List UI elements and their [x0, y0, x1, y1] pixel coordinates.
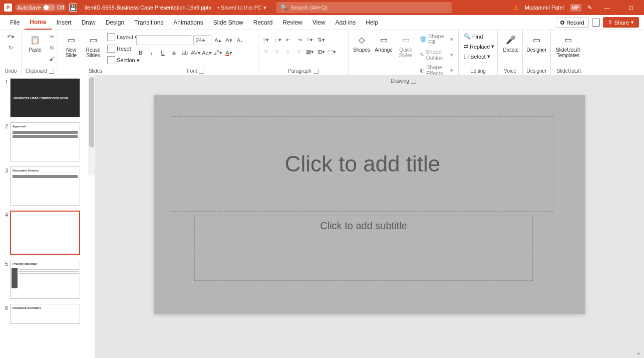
shape-outline-button[interactable]: ✎Shape Outline▾ — [418, 48, 455, 62]
tab-file[interactable]: File — [5, 15, 25, 30]
bullets-button[interactable]: ≡▾ — [261, 35, 270, 44]
warning-icon[interactable]: ⚠ — [514, 5, 519, 11]
thumbnail-panel[interactable]: 1 Business Case PowerPoint Deck 2 Approv… — [0, 75, 95, 358]
tab-draw[interactable]: Draw — [77, 15, 101, 30]
decrease-indent-button[interactable]: ⇤ — [283, 35, 292, 44]
select-icon: ⬚ — [464, 53, 469, 60]
app-icon[interactable]: P — [4, 4, 12, 12]
copy-button[interactable]: ⎘ — [47, 43, 56, 52]
font-dialog-launcher[interactable] — [199, 69, 204, 74]
comments-icon[interactable] — [592, 19, 600, 27]
align-text-button[interactable]: ⊞▾ — [316, 47, 326, 56]
tab-transitions[interactable]: Transitions — [129, 15, 168, 30]
arrange-button[interactable]: ▭Arrange — [374, 32, 394, 54]
italic-button[interactable]: I — [147, 48, 156, 57]
tab-view[interactable]: View — [307, 15, 331, 30]
save-status[interactable]: • Saved to this PC ▾ — [217, 5, 266, 11]
align-left-button[interactable]: ≡ — [261, 47, 270, 56]
section-icon — [107, 56, 115, 64]
justify-button[interactable]: ≡ — [294, 47, 303, 56]
tab-addins[interactable]: Add-ins — [331, 15, 361, 30]
font-name-input[interactable] — [136, 35, 191, 45]
thumbnail-item[interactable]: 6 Executive Summary — [2, 304, 93, 324]
text-shadow-button[interactable]: ab — [180, 48, 189, 57]
tab-insert[interactable]: Insert — [52, 15, 77, 30]
slideuplift-button[interactable]: ▭SlideUpLift Templates — [554, 32, 582, 59]
tab-design[interactable]: Design — [101, 15, 129, 30]
quick-styles-button[interactable]: ▭Quick Styles — [396, 32, 416, 59]
thumbnail-slide-1[interactable]: Business Case PowerPoint Deck — [10, 78, 80, 117]
subtitle-placeholder[interactable]: Click to add subtitle — [194, 216, 533, 281]
autosave-label: AutoSave — [17, 5, 41, 11]
thumbnail-item[interactable]: 5 Project Rationale — [2, 260, 93, 299]
cut-button[interactable]: ✂ — [47, 32, 56, 41]
pen-icon[interactable]: ✎ — [587, 5, 592, 11]
redo-button[interactable]: ↻ — [7, 43, 16, 52]
record-button[interactable]: Record — [556, 18, 588, 28]
save-icon[interactable]: 💾 — [69, 4, 77, 12]
tab-record[interactable]: Record — [248, 15, 278, 30]
undo-button[interactable]: ↶▾ — [7, 32, 16, 41]
strikethrough-button[interactable]: S̶ — [169, 48, 178, 57]
numbering-button[interactable]: ⋮▾ — [272, 35, 281, 44]
shape-fill-button[interactable]: 🪣Shape Fill▾ — [418, 32, 455, 46]
underline-button[interactable]: U — [158, 48, 167, 57]
user-initials[interactable]: MP — [570, 4, 581, 12]
tab-help[interactable]: Help — [361, 15, 383, 30]
smartart-button[interactable]: ⬚▾ — [328, 47, 337, 56]
align-center-button[interactable]: ≡ — [272, 47, 281, 56]
format-painter-button[interactable]: 🖌 — [47, 54, 56, 63]
thumbnail-item[interactable]: 1 Business Case PowerPoint Deck — [2, 78, 93, 117]
line-spacing-button[interactable]: ≡▾ — [305, 35, 314, 44]
search-box[interactable]: 🔍 — [276, 2, 452, 13]
text-direction-button[interactable]: ⇅▾ — [316, 35, 326, 44]
replace-button[interactable]: ⇄Replace▾ — [462, 42, 496, 51]
new-slide-button[interactable]: ▭ New Slide — [61, 32, 81, 59]
slide-canvas[interactable]: Click to add title Click to add subtitle — [154, 95, 585, 314]
find-button[interactable]: 🔍Find — [462, 32, 485, 41]
thumbnail-scrollbar[interactable] — [88, 75, 95, 175]
user-name[interactable]: Muzammil Patel — [525, 5, 564, 11]
slide-editor-area[interactable]: Click to add title Click to add subtitle — [95, 75, 644, 358]
thumbnail-slide-5[interactable]: Project Rationale — [10, 260, 80, 299]
clipboard-dialog-launcher[interactable] — [49, 69, 54, 74]
search-input[interactable] — [291, 5, 448, 11]
align-right-button[interactable]: ≡ — [283, 47, 292, 56]
autosave-toggle[interactable]: AutoSave Off — [15, 4, 66, 12]
clear-formatting-button[interactable]: Aₓ — [235, 36, 244, 45]
designer-button[interactable]: ▭Designer — [526, 32, 547, 54]
increase-indent-button[interactable]: ⇥ — [294, 35, 303, 44]
reuse-slides-button[interactable]: ▭ Reuse Slides — [83, 32, 103, 59]
thumbnail-item[interactable]: 3 Document History — [2, 166, 93, 206]
thumbnail-item[interactable]: 4 — [2, 211, 93, 255]
maximize-button[interactable]: ◻ — [622, 0, 640, 15]
paragraph-dialog-launcher[interactable] — [313, 69, 318, 74]
columns-button[interactable]: ▦▾ — [305, 47, 314, 56]
filename[interactable]: ItemID-6658-Business Case Presentation-1… — [84, 5, 211, 11]
tab-home[interactable]: Home — [25, 15, 51, 30]
change-case-button[interactable]: Aa▾ — [202, 48, 211, 57]
share-button[interactable]: ⇪ Share ▾ — [603, 17, 639, 28]
thumbnail-item[interactable]: 2 Approval — [2, 122, 93, 161]
minimize-button[interactable]: — — [598, 0, 616, 15]
tab-review[interactable]: Review — [277, 15, 307, 30]
tab-animations[interactable]: Animations — [168, 15, 208, 30]
thumbnail-slide-6[interactable]: Executive Summary — [10, 304, 80, 324]
bold-button[interactable]: B — [136, 48, 145, 57]
highlight-button[interactable]: 🖍▾ — [213, 48, 222, 57]
thumbnail-slide-4[interactable] — [10, 211, 80, 255]
font-color-button[interactable]: A▾ — [224, 48, 233, 57]
shapes-button[interactable]: ◇Shapes — [352, 32, 372, 54]
font-size-input[interactable] — [193, 35, 211, 45]
decrease-font-button[interactable]: A▾ — [224, 36, 233, 45]
dictate-button[interactable]: 🎤Dictate — [501, 32, 521, 54]
title-placeholder[interactable]: Click to add title — [172, 116, 553, 212]
thumbnail-slide-2[interactable]: Approval — [10, 122, 80, 161]
paste-button[interactable]: 📋 Paste — [25, 32, 45, 54]
increase-font-button[interactable]: A▴ — [213, 36, 222, 45]
select-button[interactable]: ⬚Select▾ — [462, 52, 492, 61]
thumbnail-slide-3[interactable]: Document History — [10, 166, 80, 206]
tab-slideshow[interactable]: Slide Show — [208, 15, 248, 30]
toggle-track — [43, 5, 55, 11]
char-spacing-button[interactable]: AV▾ — [191, 48, 200, 57]
